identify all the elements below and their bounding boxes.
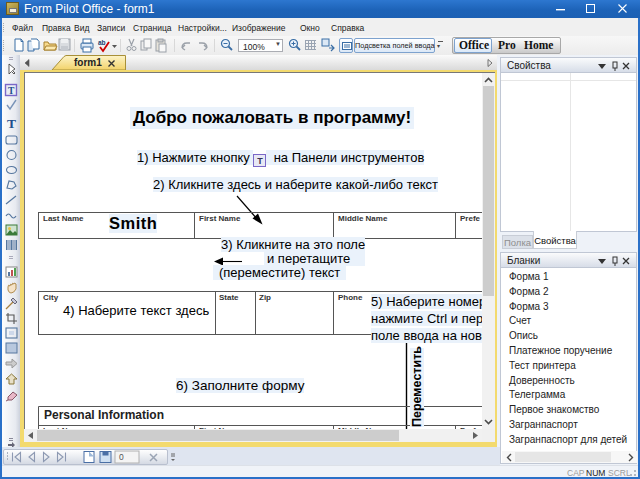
svg-text:T: T bbox=[7, 116, 16, 131]
svg-text:T: T bbox=[8, 86, 15, 96]
svg-text:0: 0 bbox=[119, 452, 124, 462]
svg-text:ab: ab bbox=[98, 39, 106, 46]
